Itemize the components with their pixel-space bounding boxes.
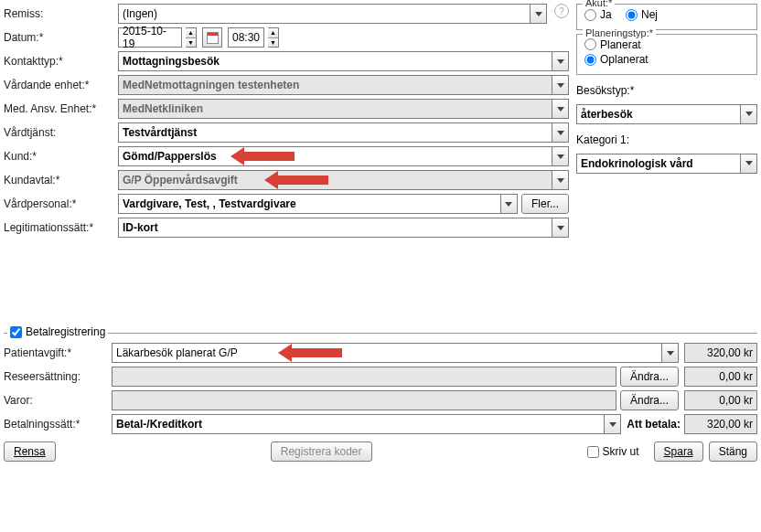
chevron-down-icon[interactable] [740, 105, 756, 123]
planerat-radio[interactable]: Planerat [584, 38, 641, 51]
vardtjanst-label: Vårdtjänst: [4, 126, 118, 139]
betalningssatt-select[interactable]: Betal-/Kreditkort [112, 414, 621, 434]
kund-label: Kund:* [4, 150, 118, 163]
kund-select[interactable]: Gömd/Papperslös [118, 146, 569, 166]
calendar-icon [207, 32, 219, 44]
attbetala-amount: 320,00 kr [684, 414, 757, 434]
chevron-down-icon[interactable] [500, 195, 517, 213]
besokstyp-label: Besökstyp:* [576, 84, 634, 97]
time-spinner[interactable]: ▲▼ [268, 27, 279, 48]
time-input[interactable]: 08:30 [228, 27, 264, 48]
chevron-down-icon[interactable] [740, 154, 756, 173]
remiss-label: Remiss: [4, 7, 118, 20]
betalningssatt-label: Betalningssätt:* [4, 418, 112, 431]
reseers-label: Reseersättning: [4, 370, 112, 383]
patientavgift-amount: 320,00 kr [684, 343, 757, 363]
kundavtal-label: Kundavtal:* [4, 174, 118, 186]
patientavgift-label: Patientavgift:* [4, 346, 112, 359]
akut-legend: Akut:* [583, 0, 615, 8]
datum-label: Datum:* [4, 31, 118, 44]
legitim-label: Legitimationssätt:* [4, 221, 118, 234]
attbetala-label: Att betala: [627, 418, 681, 431]
chevron-down-icon[interactable] [552, 123, 568, 142]
spara-button[interactable]: Spara [654, 442, 703, 462]
rensa-button[interactable]: Rensa [4, 442, 56, 462]
andra-button[interactable]: Ändra... [620, 390, 679, 410]
kategori-select[interactable]: Endokrinologisk vård [576, 154, 757, 174]
besokstyp-select[interactable]: återbesök [576, 104, 757, 124]
reseers-amount: 0,00 kr [684, 367, 757, 387]
vardande-select: MedNetmottagningen testenheten [118, 75, 569, 95]
andra-button[interactable]: Ändra... [620, 367, 679, 387]
oplanerat-radio[interactable]: Oplanerat [584, 53, 648, 66]
planeringstyp-legend: Planeringstyp:* [583, 27, 656, 38]
akut-fieldset: Akut:* Ja Nej [576, 4, 757, 30]
kontakttyp-select[interactable]: Mottagningsbesök [118, 51, 569, 71]
calendar-button[interactable] [202, 27, 222, 48]
kundavtal-select: G/P Öppenvårdsavgift [118, 170, 569, 190]
varor-amount: 0,00 kr [684, 390, 757, 410]
remiss-select[interactable]: (Ingen) [118, 4, 547, 24]
akut-nej-radio[interactable]: Nej [626, 8, 658, 21]
chevron-down-icon[interactable] [530, 5, 546, 23]
vardpersonal-label: Vårdpersonal:* [4, 197, 118, 210]
date-input[interactable]: 2015-10-19 [118, 27, 182, 48]
akut-ja-radio[interactable]: Ja [584, 8, 612, 21]
varor-label: Varor: [4, 394, 112, 407]
legitim-select[interactable]: ID-kort [118, 218, 569, 238]
varor-field [112, 390, 616, 410]
patientavgift-select[interactable]: Läkarbesök planerat G/P [112, 343, 679, 363]
chevron-down-icon [552, 171, 568, 189]
kontakttyp-label: Kontakttyp:* [4, 55, 118, 68]
chevron-down-icon[interactable] [604, 415, 620, 433]
stang-button[interactable]: Stäng [709, 442, 757, 462]
chevron-down-icon[interactable] [552, 52, 568, 70]
chevron-down-icon [552, 100, 568, 118]
medansv-select: MedNetkliniken [118, 99, 569, 119]
medansv-label: Med. Ansv. Enhet:* [4, 102, 118, 115]
chevron-down-icon[interactable] [552, 147, 568, 165]
chevron-down-icon[interactable] [552, 218, 568, 237]
vardpersonal-select[interactable]: Vardgivare, Test, , Testvardgivare [118, 194, 518, 214]
regkoder-button: Registrera koder [271, 442, 372, 462]
reseers-field [112, 367, 616, 387]
kategori-label: Kategori 1: [576, 133, 629, 146]
vardtjanst-select[interactable]: Testvårdtjänst [118, 122, 569, 143]
fler-button[interactable]: Fler... [521, 194, 569, 214]
betalreg-checkbox[interactable]: Betalregistrering [7, 325, 108, 338]
skrivut-checkbox[interactable]: Skriv ut [587, 445, 639, 458]
chevron-down-icon [552, 76, 568, 94]
date-spinner[interactable]: ▲▼ [186, 27, 197, 48]
chevron-down-icon[interactable] [661, 344, 678, 362]
vardande-label: Vårdande enhet:* [4, 79, 118, 91]
planeringstyp-fieldset: Planeringstyp:* Planerat Oplanerat [576, 34, 757, 75]
help-icon[interactable]: ? [554, 4, 569, 18]
